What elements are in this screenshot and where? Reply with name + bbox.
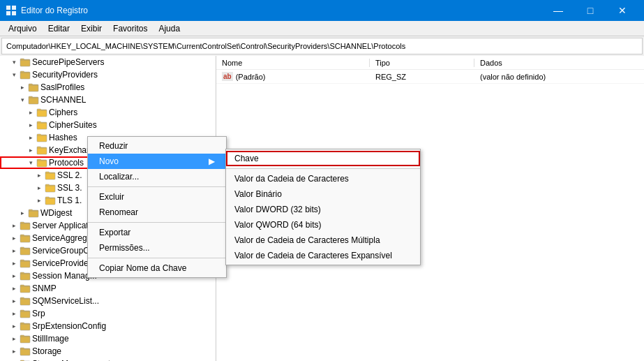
submenu-item-valor-dword[interactable]: Valor DWORD (32 bits)	[226, 202, 420, 217]
tree-item-label: SQMServiceList...	[32, 296, 99, 306]
folder-icon	[28, 82, 39, 92]
tree-expand-icon[interactable]: ▸	[17, 82, 28, 93]
menu-item-exibir[interactable]: Exibir	[75, 21, 107, 36]
folder-icon	[20, 258, 31, 268]
cell-dados: (valor não definido)	[474, 73, 644, 81]
folder-icon	[28, 208, 39, 218]
folder-icon	[36, 145, 47, 155]
folder-icon	[28, 95, 39, 105]
submenu-item-chave[interactable]: Chave	[226, 151, 420, 166]
tree-expand-icon[interactable]: ▸	[33, 170, 45, 181]
separator-2	[88, 222, 226, 223]
menu-item-arquivo[interactable]: Arquivo	[3, 21, 43, 36]
context-menu-item-copiar[interactable]: Copiar Nome da Chave	[88, 260, 226, 276]
folder-icon	[20, 283, 31, 293]
tree-expand-icon[interactable]: ▾	[8, 57, 20, 68]
menu-item-editar[interactable]: Editar	[43, 21, 75, 36]
tree-item-label: Srp	[32, 309, 45, 318]
tree-item-label: TLS 1.	[57, 196, 82, 205]
tree-expand-icon[interactable]: ▸	[8, 358, 20, 361]
tree-item-label: SaslProfiles	[40, 82, 84, 92]
tree-expand-icon[interactable]: ▸	[8, 346, 20, 357]
tree-expand-icon[interactable]: ▾	[17, 94, 28, 105]
context-menu-item-renomear[interactable]: Renomear	[88, 205, 226, 220]
tree-expand-icon[interactable]: ▸	[25, 119, 36, 131]
folder-icon	[45, 183, 56, 193]
tree-expand-icon[interactable]: ▸	[25, 107, 36, 118]
tree-expand-icon[interactable]: ▸	[8, 308, 20, 319]
tree-expand-icon[interactable]: ▸	[8, 295, 20, 307]
tree-item[interactable]: ▾ SecurePipeServers	[0, 56, 216, 68]
cell-nome-value: (Padrão)	[236, 73, 266, 81]
tree-item[interactable]: ▸ Srp	[0, 307, 216, 320]
col-header-tipo: Tipo	[370, 59, 474, 67]
title-bar-text: Editor do Registro	[21, 6, 538, 15]
folder-icon	[20, 321, 31, 331]
folder-icon	[20, 309, 31, 318]
menu-item-favoritos[interactable]: Favoritos	[107, 21, 153, 36]
tree-item[interactable]: ▾ SecurityProviders	[0, 68, 216, 81]
submenu-arrow-icon: ▶	[209, 156, 215, 166]
submenu-item-valor-qword[interactable]: Valor QWORD (64 bits)	[226, 217, 420, 233]
tree-expand-icon[interactable]: ▸	[8, 321, 20, 332]
table-row: ab (Padrão) REG_SZ (valor não definido)	[216, 70, 644, 84]
submenu-item-valor-cadeia[interactable]: Valor da Cadeia de Caracteres	[226, 171, 420, 186]
submenu-item-valor-multipla[interactable]: Valor de Cadeia de Caracteres Múltipla	[226, 233, 420, 248]
title-bar: Editor do Registro — □ ✕	[0, 0, 644, 21]
separator-1	[88, 186, 226, 187]
svg-rect-2	[6, 11, 10, 15]
tree-expand-icon[interactable]: ▸	[8, 333, 20, 344]
maximize-button[interactable]: □	[574, 0, 606, 21]
context-menu: Reduzir Novo ▶ Localizar... Excluir Reno…	[87, 136, 227, 278]
submenu-item-valor-binario[interactable]: Valor Binário	[226, 186, 420, 202]
folder-icon	[20, 57, 31, 67]
tree-expand-icon[interactable]: ▸	[8, 233, 20, 244]
tree-expand-icon[interactable]: ▸	[17, 207, 28, 219]
close-button[interactable]: ✕	[606, 0, 638, 21]
context-menu-item-excluir[interactable]: Excluir	[88, 189, 226, 205]
tree-expand-icon[interactable]: ▾	[8, 69, 20, 80]
tree-expand-icon[interactable]: ▸	[8, 283, 20, 294]
tree-item[interactable]: ▸ SQMServiceList...	[0, 295, 216, 307]
tree-item[interactable]: ▸ StorageManagement	[0, 358, 216, 361]
tree-expand-icon[interactable]: ▸	[25, 145, 36, 156]
tree-expand-icon[interactable]: ▸	[8, 220, 20, 231]
tree-item[interactable]: ▾ SCHANNEL	[0, 94, 216, 106]
tree-item-label: SSL 2.	[57, 170, 82, 180]
tree-item[interactable]: ▸ StillImage	[0, 332, 216, 345]
tree-expand-icon[interactable]: ▾	[25, 157, 36, 168]
folder-icon	[36, 158, 47, 168]
folder-icon	[20, 233, 31, 243]
tree-item[interactable]: ▸ SrpExtensionConfig	[0, 320, 216, 332]
submenu-item-valor-expansivel[interactable]: Valor de Cadeia de Caracteres Expansível	[226, 248, 420, 263]
tree-expand-icon[interactable]: ▸	[33, 182, 45, 193]
context-menu-item-localizar[interactable]: Localizar...	[88, 169, 226, 184]
folder-icon	[20, 296, 31, 306]
tree-item[interactable]: ▸ SaslProfiles	[0, 81, 216, 94]
context-menu-item-permissoes[interactable]: Permissões...	[88, 240, 226, 256]
svg-rect-1	[12, 6, 16, 10]
folder-icon	[45, 196, 56, 205]
tree-item-label: WDigest	[40, 208, 72, 218]
tree-item[interactable]: ▸ CipherSuites	[0, 119, 216, 131]
context-menu-item-novo[interactable]: Novo ▶	[88, 154, 226, 169]
tree-item-label: CipherSuites	[49, 120, 97, 130]
menu-item-ajuda[interactable]: Ajuda	[153, 21, 186, 36]
context-menu-item-exportar[interactable]: Exportar	[88, 225, 226, 240]
tree-item[interactable]: ▸ Storage	[0, 345, 216, 358]
tree-item[interactable]: ▸ Ciphers	[0, 106, 216, 119]
tree-expand-icon[interactable]: ▸	[8, 245, 20, 256]
tree-item[interactable]: ▸ SNMP	[0, 282, 216, 295]
tree-expand-icon[interactable]: ▸	[33, 195, 45, 206]
tree-expand-icon[interactable]: ▸	[8, 270, 20, 281]
tree-item-label: SSL 3.	[57, 183, 82, 193]
tree-item-label: SecurityProviders	[32, 70, 98, 80]
reg-icon: ab	[222, 72, 233, 81]
minimize-button[interactable]: —	[542, 0, 574, 21]
folder-icon	[20, 271, 31, 281]
tree-expand-icon[interactable]: ▸	[8, 258, 20, 269]
folder-icon	[45, 170, 56, 180]
context-menu-item-novo-label: Novo	[99, 156, 119, 166]
tree-expand-icon[interactable]: ▸	[25, 132, 36, 143]
context-menu-item-reduzir[interactable]: Reduzir	[88, 138, 226, 154]
